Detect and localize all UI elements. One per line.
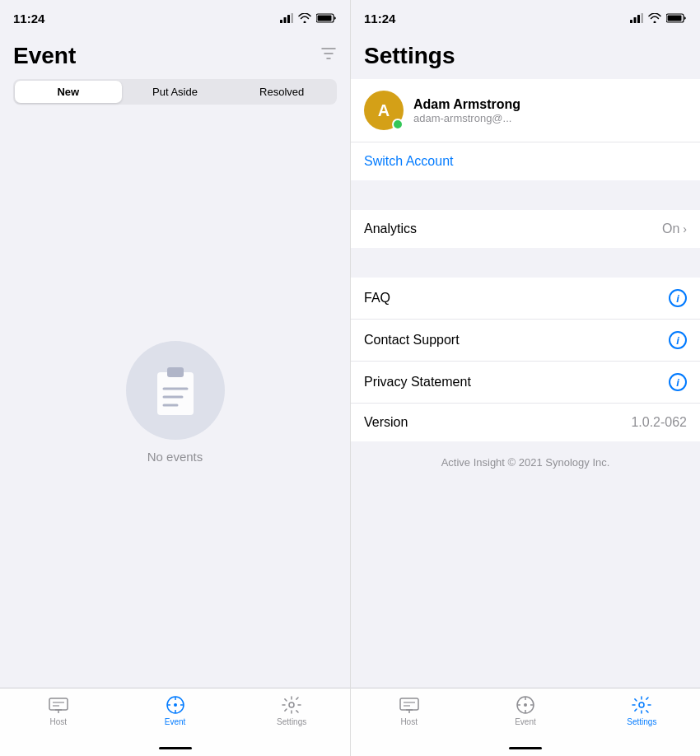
svg-rect-7 bbox=[167, 367, 184, 377]
battery-icon bbox=[316, 13, 337, 23]
svg-rect-6 bbox=[157, 372, 194, 415]
avatar: A bbox=[364, 91, 404, 130]
version-item: Version 1.0.2-062 bbox=[351, 404, 700, 441]
footer-text: Active Insight © 2021 Synology Inc. bbox=[441, 456, 610, 469]
empty-state: No events bbox=[0, 114, 350, 756]
settings-icon-left bbox=[281, 695, 302, 715]
segment-put-aside[interactable]: Put Aside bbox=[122, 81, 229, 103]
right-tab-event-label: Event bbox=[515, 717, 536, 726]
clipboard-icon bbox=[152, 364, 198, 417]
analytics-section: Analytics On › bbox=[351, 210, 700, 248]
svg-point-35 bbox=[524, 703, 527, 707]
right-time: 11:24 bbox=[364, 12, 395, 26]
left-time: 11:24 bbox=[13, 12, 44, 26]
switch-account-link[interactable]: Switch Account bbox=[364, 154, 454, 168]
faq-item[interactable]: FAQ i bbox=[351, 278, 700, 320]
right-event-icon bbox=[515, 695, 536, 715]
empty-text: No events bbox=[147, 450, 203, 464]
version-value: 1.0.2-062 bbox=[631, 415, 687, 430]
user-email: adam-armstrong@... bbox=[413, 112, 687, 124]
left-tab-settings[interactable]: Settings bbox=[233, 695, 350, 726]
svg-rect-1 bbox=[284, 17, 287, 23]
analytics-chevron: › bbox=[683, 222, 687, 236]
svg-point-40 bbox=[639, 702, 644, 707]
svg-rect-26 bbox=[642, 13, 644, 23]
left-panel: 11:24 Event bbox=[0, 0, 350, 756]
left-tab-bar: Host Event Settings bbox=[0, 688, 350, 756]
event-icon bbox=[165, 695, 186, 715]
svg-rect-0 bbox=[280, 20, 282, 23]
contact-support-item[interactable]: Contact Support i bbox=[351, 320, 700, 362]
right-host-icon bbox=[399, 695, 420, 715]
svg-point-22 bbox=[289, 702, 294, 707]
left-tab-settings-label: Settings bbox=[277, 717, 306, 726]
separator-1 bbox=[351, 180, 700, 210]
privacy-statement-item[interactable]: Privacy Statement i bbox=[351, 362, 700, 404]
left-status-bar: 11:24 bbox=[0, 0, 350, 36]
avatar-badge bbox=[392, 119, 404, 130]
right-tab-event[interactable]: Event bbox=[467, 695, 583, 726]
svg-point-17 bbox=[174, 703, 177, 707]
settings-footer: Active Insight © 2021 Synology Inc. bbox=[351, 441, 700, 483]
svg-rect-3 bbox=[292, 13, 294, 23]
privacy-info-icon: i bbox=[669, 373, 687, 391]
settings-header: Settings bbox=[351, 36, 700, 79]
analytics-value: On bbox=[662, 222, 679, 236]
right-home-indicator bbox=[509, 747, 542, 749]
right-tab-settings[interactable]: Settings bbox=[584, 695, 700, 726]
svg-rect-28 bbox=[668, 16, 682, 21]
left-tab-event[interactable]: Event bbox=[117, 695, 234, 726]
right-tab-settings-label: Settings bbox=[627, 717, 656, 726]
left-page-header: Event bbox=[0, 36, 350, 76]
faq-info-icon: i bbox=[669, 289, 687, 307]
switch-account-section[interactable]: Switch Account bbox=[351, 142, 700, 180]
left-home-indicator bbox=[159, 747, 192, 749]
contact-support-info-icon: i bbox=[669, 331, 687, 349]
signal-icon bbox=[280, 13, 293, 23]
left-status-icons bbox=[280, 13, 337, 23]
right-tab-host[interactable]: Host bbox=[351, 695, 467, 726]
left-tab-host-label: Host bbox=[50, 717, 68, 726]
left-tab-host[interactable]: Host bbox=[0, 695, 117, 726]
analytics-item[interactable]: Analytics On › bbox=[351, 210, 700, 248]
separator-2 bbox=[351, 248, 700, 278]
faq-label: FAQ bbox=[364, 291, 390, 306]
profile-section: A Adam Armstrong adam-armstrong@... bbox=[351, 79, 700, 142]
right-status-bar: 11:24 bbox=[351, 0, 700, 36]
right-settings-icon bbox=[631, 695, 652, 715]
filter-icon[interactable] bbox=[320, 45, 337, 66]
svg-rect-24 bbox=[634, 17, 637, 23]
svg-rect-25 bbox=[637, 15, 640, 23]
user-info: Adam Armstrong adam-armstrong@... bbox=[413, 97, 687, 124]
avatar-initial: A bbox=[378, 101, 390, 120]
settings-title: Settings bbox=[364, 43, 455, 68]
privacy-statement-label: Privacy Statement bbox=[364, 375, 471, 390]
right-wifi-icon bbox=[648, 13, 661, 23]
menu-list: FAQ i Contact Support i Privacy Statemen… bbox=[351, 278, 700, 441]
host-icon bbox=[48, 695, 69, 715]
left-page-title: Event bbox=[13, 43, 76, 69]
right-status-icons bbox=[630, 13, 687, 23]
user-name: Adam Armstrong bbox=[413, 97, 687, 112]
right-battery-icon bbox=[666, 13, 687, 23]
segment-resolved[interactable]: Resolved bbox=[228, 81, 335, 103]
svg-rect-11 bbox=[49, 698, 68, 710]
version-label: Version bbox=[364, 415, 408, 430]
svg-rect-29 bbox=[400, 698, 418, 710]
contact-support-label: Contact Support bbox=[364, 333, 460, 348]
analytics-label: Analytics bbox=[364, 222, 417, 236]
svg-rect-2 bbox=[287, 15, 290, 23]
right-signal-icon bbox=[630, 13, 643, 23]
right-tab-host-label: Host bbox=[400, 717, 418, 726]
segment-new[interactable]: New bbox=[15, 81, 122, 103]
analytics-right: On › bbox=[662, 222, 687, 236]
right-panel: 11:24 Settings A bbox=[350, 0, 700, 756]
svg-rect-23 bbox=[630, 20, 632, 23]
wifi-icon bbox=[298, 13, 311, 23]
right-tab-bar: Host Event Settings bbox=[351, 688, 700, 756]
left-tab-event-label: Event bbox=[165, 717, 186, 726]
empty-circle bbox=[126, 341, 225, 440]
svg-rect-5 bbox=[318, 16, 332, 21]
segment-control: New Put Aside Resolved bbox=[13, 79, 337, 105]
